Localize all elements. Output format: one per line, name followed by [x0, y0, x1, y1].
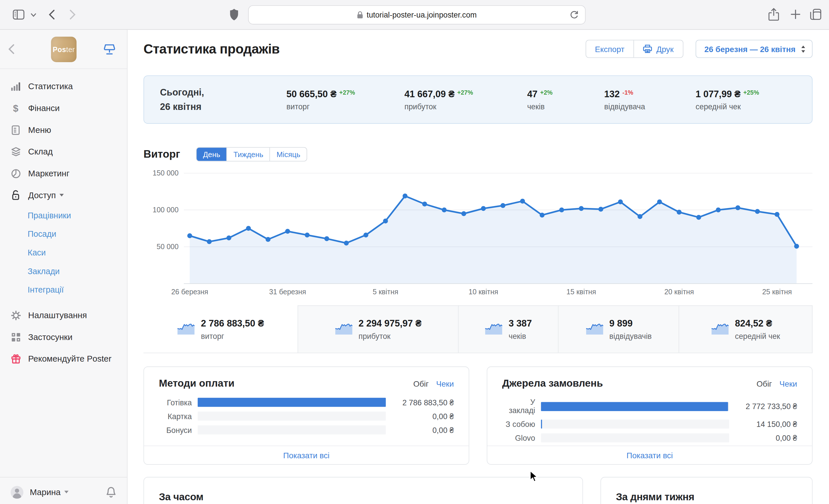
- page-title: Статистика продажів: [143, 41, 280, 57]
- main-content: Статистика продажів Експорт Друк: [128, 30, 829, 504]
- card-title: Методи оплати: [159, 378, 235, 389]
- avatar: [11, 486, 23, 498]
- sidebar-subitem-positions[interactable]: Посади: [0, 225, 127, 243]
- sidebar-subitem-registers[interactable]: Каси: [0, 243, 127, 262]
- delta-badge: +25%: [743, 89, 759, 95]
- sidebar-item-statistics[interactable]: Статистика: [0, 75, 127, 97]
- new-tab-icon[interactable]: [791, 9, 800, 19]
- tab-overview-icon[interactable]: [810, 9, 822, 21]
- export-button[interactable]: Експорт: [586, 40, 633, 57]
- summary-tile-receipts[interactable]: 3 387чеків: [458, 306, 558, 353]
- date-range-select[interactable]: 26 березня — 26 квітня: [695, 40, 813, 58]
- delta-badge: -1%: [622, 89, 633, 95]
- sidebar-collapse-icon[interactable]: [9, 44, 14, 54]
- svg-text:26 березня: 26 березня: [171, 288, 208, 296]
- bar-fill: [541, 419, 542, 428]
- tab-day[interactable]: День: [196, 148, 226, 161]
- subitem-label: Працівники: [28, 210, 71, 220]
- by-weekday-card: За днями тижня: [601, 477, 813, 504]
- revenue-title: Виторг: [143, 148, 180, 160]
- sidebar-item-finances[interactable]: $ Фінанси: [0, 97, 127, 119]
- toolbar-chevron-down-icon[interactable]: [31, 13, 36, 17]
- sidebar-subitem-employees[interactable]: Працівники: [0, 206, 127, 225]
- svg-text:5 квітня: 5 квітня: [373, 288, 398, 296]
- subitem-label: Посади: [28, 229, 56, 239]
- summary-tile-revenue[interactable]: 2 786 883,50 ₴виторг: [143, 306, 297, 353]
- forward-button[interactable]: [70, 9, 75, 20]
- export-print-group: Експорт Друк: [585, 40, 683, 58]
- date-range-value: 26 березня — 26 квітня: [705, 44, 796, 53]
- show-all-link[interactable]: Показати всі: [144, 445, 469, 464]
- svg-text:25 квітня: 25 квітня: [762, 288, 792, 296]
- source-row-inhouse: У закладі 2 772 733,50 ₴: [502, 398, 797, 415]
- today-stat-visitors: 132-1% відвідувача: [604, 88, 696, 111]
- toggle-turnover[interactable]: Обіг: [756, 379, 772, 388]
- logo-text-rest: ter: [66, 45, 75, 53]
- sidebar-subitem-locations[interactable]: Заклади: [0, 262, 127, 280]
- sidebar-item-recommend[interactable]: Рекомендуйте Poster: [0, 348, 127, 370]
- bar-track: [198, 425, 386, 434]
- today-stat-receipts: 47+2% чеків: [527, 88, 604, 111]
- gear-icon: [11, 310, 21, 320]
- payment-row-card: Картка 0,00 ₴: [159, 412, 454, 421]
- lock-icon: [357, 11, 363, 19]
- source-row-glovo: Glovo 0,00 ₴: [502, 433, 797, 442]
- back-button[interactable]: [49, 9, 55, 20]
- revenue-chart[interactable]: 150 000100 00050 00026 березня31 березня…: [143, 165, 812, 299]
- summary-tile-profit[interactable]: 2 294 975,97 ₴прибуток: [298, 306, 458, 353]
- summary-tile-avg-receipt[interactable]: 824,52 ₴середній чек: [679, 306, 813, 353]
- apps-grid-icon: [11, 333, 21, 342]
- svg-text:100 000: 100 000: [152, 206, 178, 214]
- toggle-turnover[interactable]: Обіг: [413, 379, 429, 388]
- svg-text:20 квітня: 20 квітня: [664, 288, 694, 296]
- sidebar-item-label: Статистика: [28, 81, 73, 91]
- print-label: Друк: [656, 44, 674, 53]
- mouse-cursor: [530, 471, 538, 482]
- svg-text:50 000: 50 000: [156, 242, 178, 250]
- sidebar-item-marketing[interactable]: Маркетинг: [0, 162, 127, 184]
- sidebar-item-menu[interactable]: Меню: [0, 119, 127, 141]
- poster-logo[interactable]: Poster: [51, 37, 77, 62]
- toggle-receipts[interactable]: Чеки: [436, 379, 454, 388]
- sidebar-item-label: Доступ: [28, 190, 56, 200]
- sidebar-item-access[interactable]: Доступ: [0, 184, 127, 206]
- bell-icon[interactable]: [106, 486, 116, 498]
- print-button[interactable]: Друк: [634, 40, 683, 57]
- address-bar[interactable]: tutorial-poster-ua.joinposter.com: [248, 5, 585, 24]
- by-time-card: За часом: [143, 477, 583, 504]
- bar-chart-icon: [11, 82, 21, 91]
- bar-track: [541, 433, 729, 442]
- gift-icon: [11, 354, 21, 363]
- sidebar-subitem-integrations[interactable]: Інтеграції: [0, 280, 127, 299]
- url-text: tutorial-poster-ua.joinposter.com: [367, 11, 477, 19]
- toggle-receipts[interactable]: Чеки: [780, 379, 797, 388]
- order-sources-card: Джерела замовлень Обіг Чеки У закладі 2 …: [487, 366, 813, 465]
- bar-track: [541, 402, 729, 411]
- sidebar-item-apps[interactable]: Застосунки: [0, 326, 127, 348]
- svg-text:10 квітня: 10 квітня: [469, 288, 498, 296]
- sidebar-item-label: Фінанси: [28, 103, 60, 113]
- card-title: За днями тижня: [616, 491, 694, 503]
- tab-week[interactable]: Тиждень: [226, 148, 270, 161]
- tab-month[interactable]: Місяць: [270, 148, 307, 161]
- delta-badge: +2%: [540, 89, 553, 95]
- summary-tile-visitors[interactable]: 9 899відвідувачів: [558, 306, 679, 353]
- svg-text:150 000: 150 000: [152, 169, 178, 177]
- share-icon[interactable]: [768, 8, 779, 21]
- today-summary-card: Сьогодні, 26 квітня 50 665,50 ₴+27% вито…: [143, 75, 812, 124]
- layers-icon: [11, 147, 21, 156]
- sidebar-item-label: Застосунки: [28, 332, 73, 342]
- sidebar-item-settings[interactable]: Налаштування: [0, 304, 127, 326]
- sidebar-user-row[interactable]: Марина: [0, 477, 127, 504]
- reload-button[interactable]: [569, 10, 579, 20]
- pos-terminal-icon[interactable]: [104, 44, 115, 55]
- user-name: Марина: [30, 487, 61, 497]
- sidebar-toggle-icon[interactable]: [13, 9, 25, 20]
- sidebar-header: Poster: [0, 30, 127, 69]
- sidebar: Poster Статистика $ Фінанси: [0, 30, 128, 504]
- today-stat-revenue: 50 665,50 ₴+27% виторг: [286, 88, 404, 111]
- sidebar-item-stock[interactable]: Склад: [0, 141, 127, 162]
- show-all-link[interactable]: Показати всі: [487, 445, 812, 464]
- privacy-shield-icon[interactable]: [230, 9, 239, 21]
- card-title: За часом: [159, 491, 204, 503]
